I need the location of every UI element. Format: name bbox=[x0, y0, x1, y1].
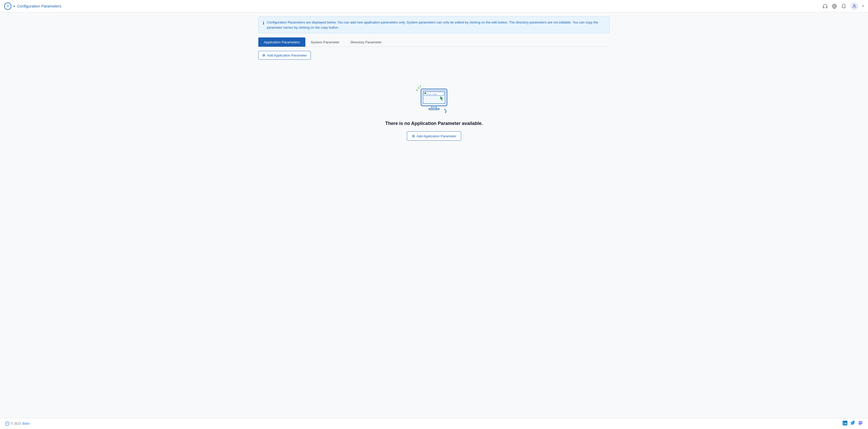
footer-right bbox=[843, 421, 863, 426]
svg-rect-8 bbox=[425, 93, 426, 94]
footer-brand-icon bbox=[5, 422, 9, 426]
globe-icon[interactable] bbox=[832, 4, 837, 9]
navbar-right: ▾ bbox=[823, 2, 864, 10]
tabs-container: Application Parameters System Parameter … bbox=[258, 37, 610, 47]
brand-icon bbox=[4, 3, 11, 10]
empty-state-illustration: https://www. bbox=[414, 81, 454, 116]
alert-text: Configuration Parameters are displayed b… bbox=[267, 20, 605, 30]
page-title: Configuration Parameters bbox=[17, 4, 61, 8]
headset-icon[interactable] bbox=[823, 4, 828, 9]
add-button-center-label: Add Application Parameter bbox=[417, 134, 457, 138]
info-icon: ℹ bbox=[263, 20, 264, 26]
linkedin-icon[interactable] bbox=[843, 421, 847, 426]
svg-line-13 bbox=[418, 88, 419, 89]
svg-point-4 bbox=[854, 4, 855, 6]
footer-brand-link[interactable]: Batoi bbox=[23, 422, 29, 425]
add-application-parameter-button-center[interactable]: ⊕ Add Application Parameter bbox=[407, 131, 461, 141]
svg-point-12 bbox=[433, 106, 435, 107]
user-avatar[interactable] bbox=[850, 2, 858, 10]
svg-point-18 bbox=[7, 423, 8, 424]
tab-system-parameter[interactable]: System Parameter bbox=[305, 37, 345, 47]
brand-logo[interactable] bbox=[4, 3, 11, 10]
dropdown-arrow[interactable]: ▾ bbox=[13, 4, 15, 8]
svg-point-1 bbox=[7, 5, 8, 7]
add-icon-center: ⊕ bbox=[412, 134, 415, 138]
add-button-top-label: Add Application Parameter bbox=[267, 54, 307, 57]
svg-rect-11 bbox=[429, 108, 439, 110]
navbar-left: ▾ Configuration Parameters bbox=[4, 3, 61, 10]
empty-state-message: There is no Application Parameter availa… bbox=[385, 121, 483, 126]
footer-copyright: © 2023 bbox=[11, 422, 21, 425]
tab-application-parameters[interactable]: Application Parameters bbox=[258, 37, 305, 47]
empty-state: https://www. There is no Application Par… bbox=[258, 66, 610, 151]
add-icon-top: ⊕ bbox=[262, 53, 266, 58]
info-alert: ℹ Configuration Parameters are displayed… bbox=[258, 16, 610, 33]
tab-directory-parameter[interactable]: Directory Parameter bbox=[345, 37, 387, 47]
add-application-parameter-button-top[interactable]: ⊕ Add Application Parameter bbox=[258, 51, 311, 60]
footer-left: © 2023 Batoi bbox=[5, 422, 29, 426]
twitter-icon[interactable] bbox=[850, 421, 855, 426]
mastodon-icon[interactable] bbox=[858, 421, 863, 426]
user-dropdown-arrow[interactable]: ▾ bbox=[862, 4, 864, 8]
bell-icon[interactable] bbox=[841, 4, 846, 9]
svg-line-15 bbox=[416, 90, 418, 90]
navbar: ▾ Configuration Parameters bbox=[0, 0, 868, 12]
footer: © 2023 Batoi bbox=[0, 418, 868, 429]
svg-point-16 bbox=[445, 112, 446, 113]
svg-text:https://www.: https://www. bbox=[427, 93, 438, 95]
main-content: ℹ Configuration Parameters are displayed… bbox=[253, 12, 615, 418]
